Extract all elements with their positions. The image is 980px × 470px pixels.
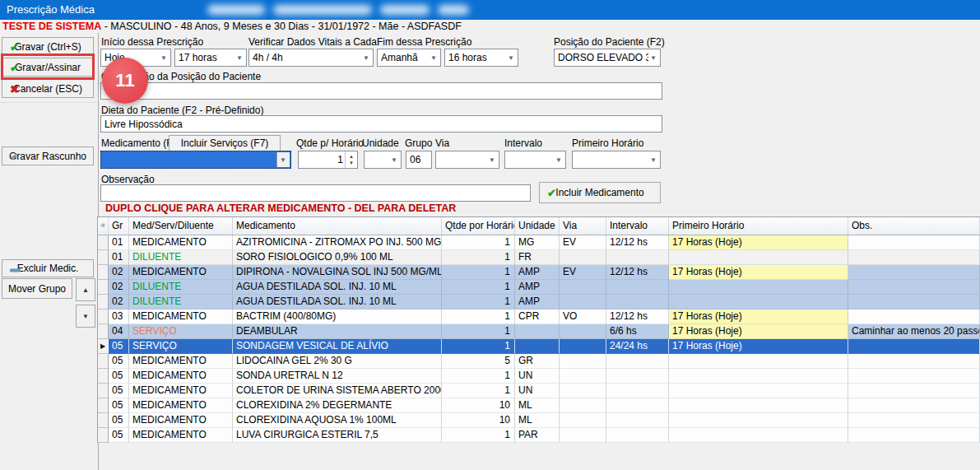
unidade-select[interactable]: ▼ — [364, 151, 402, 169]
cell-qtde: 1 — [442, 369, 515, 384]
obs-posicao-input[interactable] — [100, 82, 662, 100]
column-header-medicamento[interactable]: Medicamento — [233, 217, 442, 235]
dieta-input[interactable]: Livre Hipossódica — [100, 115, 662, 133]
cell-intervalo: 6/6 hs — [606, 324, 669, 339]
cell-via — [560, 250, 606, 265]
table-row[interactable]: 01MEDICAMENTOAZITROMICINA - ZITROMAX PO … — [98, 235, 980, 250]
incluir-medicamento-button-label: Incluir Medicamento — [555, 187, 643, 198]
table-row[interactable]: ▶05SERVIÇOSONDAGEM VESICAL DE ALÍVIO124/… — [98, 339, 980, 354]
cell-medicamento: LUVA CIRURGICA ESTERIL 7,5 — [233, 428, 442, 443]
cell-qtde: 1 — [442, 265, 515, 280]
cell-qtde: 1 — [442, 309, 515, 324]
grupo-input[interactable]: 06 — [406, 151, 432, 169]
move-group-up-button[interactable]: ▲ — [76, 278, 95, 301]
cell-gr: 05 — [109, 428, 129, 443]
inicio-time-select[interactable]: 17 horas ▼ — [174, 49, 247, 67]
cell-obs — [848, 280, 980, 295]
medicamento-select[interactable]: ▼ — [100, 151, 291, 169]
table-row[interactable]: 05MEDICAMENTOLUVA CIRURGICA ESTERIL 7,51… — [98, 428, 980, 443]
cell-obs — [848, 295, 980, 309]
row-indicator — [98, 384, 109, 398]
column-header-unidade[interactable]: Unidade — [515, 217, 560, 235]
cell-tipo: MEDICAMENTO — [129, 369, 233, 384]
chevron-down-icon: ▼ — [236, 55, 243, 62]
column-header-via[interactable]: Via — [560, 217, 606, 235]
cell-intervalo: 12/12 hs — [606, 235, 669, 250]
incluir-medicamento-button[interactable]: ✔ Incluir Medicamento — [539, 182, 661, 203]
table-row[interactable]: 02DILUENTEAGUA DESTILADA SOL. INJ. 10 ML… — [98, 280, 980, 295]
table-row[interactable]: 05MEDICAMENTOCOLETOR DE URINA SISTEMA AB… — [98, 384, 980, 398]
save-draft-button[interactable]: ✔ Gravar Rascunho — [2, 147, 94, 165]
intervalo-select[interactable]: ▼ — [504, 151, 566, 169]
table-row[interactable]: 05MEDICAMENTOSONDA URETRAL N 121UN — [98, 369, 980, 384]
table-row[interactable]: 03MEDICAMENTOBACTRIM (400/80MG)1CPRVO12/… — [98, 309, 980, 324]
spinner-arrows[interactable]: ▲▼ — [345, 151, 357, 168]
move-group-button[interactable]: Mover Grupo — [2, 278, 72, 299]
cell-intervalo: 12/12 hs — [606, 265, 669, 280]
cancel-button-label: Cancelar (ESC) — [13, 83, 82, 95]
cell-tipo: MEDICAMENTO — [129, 428, 233, 443]
posicao-select[interactable]: DORSO ELEVADO 30 G ▼ — [554, 49, 661, 67]
redacted-title-text — [273, 5, 372, 15]
table-row[interactable]: 05MEDICAMENTOLIDOCAINA GEL 2% 30 G5GR — [98, 354, 980, 369]
cancel-button[interactable]: ✖ Cancelar (ESC) — [2, 79, 94, 98]
column-header-primeiro-horario[interactable]: Primeiro Horário — [669, 217, 848, 235]
incluir-servicos-button[interactable]: Incluir Serviços (F7) — [169, 135, 281, 151]
table-row[interactable]: 05MEDICAMENTOCLOREXIDINA AQUOSA 1% 100ML… — [98, 413, 980, 428]
cell-obs — [848, 413, 980, 428]
move-group-down-button[interactable]: ▼ — [76, 305, 95, 328]
cell-qtde: 1 — [442, 250, 515, 265]
column-header-intervalo[interactable]: Intervalo — [606, 217, 669, 235]
cell-unidade: ML — [515, 398, 560, 413]
vitais-label: Verificar Dados Vitais a Cada: — [248, 36, 379, 48]
cell-tipo: DILUENTE — [129, 250, 233, 265]
cell-via — [560, 295, 606, 309]
cell-via — [560, 428, 606, 443]
cell-intervalo — [606, 250, 669, 265]
cell-tipo: MEDICAMENTO — [129, 398, 233, 413]
cell-obs — [848, 250, 980, 265]
qtde-label: Qtde p/ Horário — [296, 137, 364, 149]
cell-medicamento: DEAMBULAR — [233, 324, 442, 339]
column-header-qtde[interactable]: Qtde por Horário — [442, 217, 515, 235]
cell-gr: 03 — [109, 309, 129, 324]
cell-tipo: MEDICAMENTO — [129, 265, 233, 280]
patient-info-bar: TESTE DE SISTEMA - MASCULINO - 48 Anos, … — [2, 21, 462, 34]
column-header-obs[interactable]: Obs. — [848, 217, 980, 235]
cell-intervalo — [606, 369, 669, 384]
cell-via — [560, 398, 606, 413]
chevron-down-icon: ▼ — [391, 157, 397, 164]
table-row[interactable]: 04SERVIÇODEAMBULAR16/6 hs17 Horas (Hoje)… — [98, 324, 980, 339]
via-select[interactable]: ▼ — [435, 151, 499, 169]
primeiro-horario-select[interactable]: ▼ — [572, 151, 661, 169]
cell-tipo: SERVIÇO — [129, 324, 233, 339]
table-row[interactable]: 02MEDICAMENTODIPIRONA - NOVALGINA SOL IN… — [98, 265, 980, 280]
cell-tipo: SERVIÇO — [129, 339, 233, 354]
table-header-row: ✳ Gr▲ Med/Serv/Diluente Medicamento Qtde… — [98, 217, 980, 235]
fim-time-select[interactable]: 16 horas ▼ — [444, 49, 518, 67]
delete-med-button[interactable]: Excluir Medic. — [2, 259, 94, 277]
vitais-select[interactable]: 4h / 4h ▼ — [248, 49, 374, 67]
qtde-stepper[interactable]: 1 ▲▼ — [298, 151, 358, 169]
table-row[interactable]: 01DILUENTESORO FISIOLOGICO 0,9% 100 ML1F… — [98, 250, 980, 265]
cell-gr: 02 — [109, 265, 129, 280]
asterisk-icon[interactable]: ✳ — [98, 217, 109, 235]
chevron-down-icon: ▼ — [650, 157, 657, 164]
prescription-window: Prescrição Médica TESTE DE SISTEMA - MAS… — [0, 0, 980, 470]
cell-medicamento: DIPIRONA - NOVALGINA SOL INJ 500 MG/ML 2 — [233, 265, 442, 280]
cell-medicamento: AGUA DESTILADA SOL. INJ. 10 ML — [233, 280, 442, 295]
chevron-down-icon: ▼ — [650, 55, 657, 62]
row-indicator — [98, 295, 109, 309]
column-header-tipo[interactable]: Med/Serv/Diluente — [129, 217, 233, 235]
row-indicator — [98, 398, 109, 413]
table-row[interactable]: 02DILUENTEAGUA DESTILADA SOL. INJ. 10 ML… — [98, 295, 980, 309]
cell-gr: 01 — [109, 250, 129, 265]
cell-medicamento: BACTRIM (400/80MG) — [233, 309, 442, 324]
fim-date-select[interactable]: Amanhã ▼ — [377, 49, 441, 67]
observacao-input[interactable] — [100, 184, 531, 202]
cell-unidade: AMP — [515, 295, 560, 309]
column-header-gr[interactable]: Gr▲ — [109, 217, 129, 235]
annotation-step-badge: 11 — [102, 58, 148, 104]
cell-intervalo — [606, 295, 669, 309]
table-row[interactable]: 05MEDICAMENTOCLOREXIDINA 2% DEGERMANTE10… — [98, 398, 980, 413]
